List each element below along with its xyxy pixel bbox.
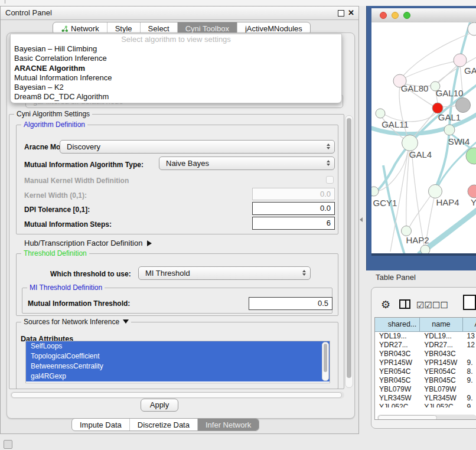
algorithm-option-bayesian-hill-climbing[interactable]: Bayesian – Hill Climbing	[11, 44, 341, 54]
bottom-tab-infer-network[interactable]: Infer Network	[197, 419, 259, 431]
zoom-window-icon[interactable]	[403, 12, 410, 19]
bottom-tab-discretize-data[interactable]: Discretize Data	[129, 419, 197, 431]
network-edge[interactable]	[383, 165, 405, 253]
node-label-swi4: SWI4	[448, 136, 470, 146]
table-row-yjl052c[interactable]: YJL052CYJL052C9	[375, 403, 476, 407]
table-row-ypr145w[interactable]: YPR145WYPR145W9.	[375, 358, 476, 367]
network-edge[interactable]	[402, 32, 474, 77]
table-row-ydl19[interactable]: YDL19...YDL19...13	[375, 332, 476, 341]
node-label-gal11: GAL11	[382, 119, 409, 129]
node-label-gal1: GAL1	[438, 112, 461, 122]
table-row-yer054c[interactable]: YER054CYER054C8.	[375, 367, 476, 376]
hub-definition-label: Hub/Transcription Factor Definition	[24, 239, 142, 247]
node-label-y: Y	[471, 197, 476, 207]
mi-steps-field[interactable]: 6	[252, 217, 335, 230]
attribute-item-selfloops[interactable]: SelfLoops	[26, 341, 330, 351]
algorithm-option-mutual-information-inference[interactable]: Mutual Information Inference	[11, 73, 341, 83]
mi-threshold-group-title: MI Threshold Definition	[27, 283, 105, 292]
bottom-tab-impute-data[interactable]: Impute Data	[72, 419, 129, 431]
mi-algorithm-type-combobox[interactable]: Naive Bayes	[159, 156, 335, 170]
network-edge[interactable]	[412, 151, 424, 246]
mi-threshold-field[interactable]: 0.5	[249, 297, 332, 310]
kernel-width-field[interactable]: 0.0	[252, 188, 335, 200]
columns-icon[interactable]	[399, 299, 410, 309]
manual-kernel-width-checkbox[interactable]	[326, 176, 334, 184]
combo-stepper-icon	[302, 270, 306, 276]
network-node-hap4[interactable]	[429, 185, 442, 198]
network-node-swi4[interactable]	[444, 125, 455, 135]
table-panel: ⚙ ☑☑ ☐☐ shared...nameA YDL19...YDL19...1…	[371, 287, 476, 429]
aracne-mode-combobox[interactable]: Discovery	[60, 140, 335, 154]
settings-scrollbar-thumb[interactable]	[347, 118, 351, 378]
gear-icon[interactable]: ⚙	[381, 298, 390, 311]
table-hscrollbar-thumb[interactable]	[378, 415, 437, 420]
column-header-shared[interactable]: shared...	[375, 318, 420, 332]
hub-definition-expander[interactable]: Hub/Transcription Factor Definition	[24, 239, 152, 247]
attributes-scrollbar-thumb[interactable]	[324, 344, 327, 372]
table-header-row: shared...nameA	[375, 318, 476, 332]
table-cell: YBR043C	[420, 350, 462, 358]
network-window-titlebar[interactable]	[371, 8, 476, 23]
table-row-ylr345w[interactable]: YLR345WYLR345W9.	[375, 394, 476, 403]
apply-button[interactable]: Apply	[141, 399, 178, 412]
mi-algorithm-type-label: Mutual Information Algorithm Type:	[24, 161, 144, 169]
network-window-bottom-edge	[371, 253, 476, 256]
network-node[interactable]	[420, 245, 430, 253]
file-icon[interactable]	[463, 295, 476, 310]
dpi-tolerance-field[interactable]: 0.0	[252, 202, 335, 215]
float-panel-icon[interactable]	[338, 10, 344, 17]
table-row-ybr043c[interactable]: YBR043CYBR043C	[375, 350, 476, 358]
algorithm-option-dream8-dc-tdc-algorithm[interactable]: Dream8 DC_TDC Algorithm	[11, 92, 341, 102]
settings-vertical-scrollbar[interactable]	[345, 115, 353, 388]
table-cell: 9.	[462, 358, 476, 367]
network-node-gal11[interactable]	[376, 109, 385, 118]
network-node-y[interactable]	[468, 185, 476, 198]
table-row-ybr045c[interactable]: YBR045CYBR045C9.	[375, 376, 476, 385]
algorithm-option-basic-correlation-inference[interactable]: Basic Correlation Inference	[11, 54, 341, 63]
settings-horizontal-scrollbar[interactable]	[10, 392, 344, 399]
network-node-hap2[interactable]	[402, 226, 412, 236]
attribute-item-gal4rgexp[interactable]: gal4RGexp	[26, 371, 330, 381]
column-header-name[interactable]: name	[420, 318, 462, 332]
network-edge[interactable]	[406, 151, 409, 227]
which-threshold-combobox[interactable]: MI Threshold	[138, 266, 311, 280]
network-node-gal4[interactable]	[402, 135, 418, 151]
panel-splitter-icon[interactable]	[360, 217, 363, 222]
attributes-scrollbar[interactable]	[322, 342, 329, 381]
algorithm-option-bayesian-k2[interactable]: Bayesian – K2	[11, 83, 341, 92]
network-node-gal[interactable]	[454, 54, 467, 67]
control-panel-title: Control Panel	[5, 8, 52, 17]
network-node[interactable]	[456, 98, 471, 113]
data-attributes-list: SelfLoopsTopologicalCoefficientBetweenne…	[25, 341, 330, 383]
attribute-item-betweennesscentrality[interactable]: BetweennessCentrality	[26, 361, 330, 371]
node-label-gal80: GAL80	[401, 83, 429, 93]
expander-down-icon[interactable]	[123, 319, 129, 324]
network-node-gcy1[interactable]	[371, 187, 379, 196]
settings-hscrollbar-thumb[interactable]	[11, 392, 342, 398]
minimize-window-icon[interactable]	[392, 12, 399, 19]
network-canvas[interactable]: GALGAL80GAL10GAL1GAL11GAL4SWI4GCY1HAP4YH…	[371, 22, 476, 253]
network-edge[interactable]	[405, 61, 455, 78]
algorithm-option-aracne-algorithm[interactable]: ARACNE Algorithm	[11, 64, 341, 73]
attribute-item-topologicalcoefficient[interactable]: TopologicalCoefficient	[26, 351, 330, 361]
deselect-all-icon[interactable]: ☐☐	[432, 300, 448, 311]
table-row-ybl079w[interactable]: YBL079WYBL079W	[375, 385, 476, 394]
minimized-panel-icon[interactable]	[4, 440, 12, 449]
table-row-ydr27[interactable]: YDR27...YDR27...12	[375, 341, 476, 350]
table-cell: YDR27...	[420, 341, 462, 350]
table-horizontal-scrollbar[interactable]	[377, 415, 476, 420]
sources-group-title: Sources for Network Inference	[21, 318, 131, 326]
tab-network-label: Network	[71, 24, 99, 33]
network-graph[interactable]: GALGAL80GAL10GAL1GAL11GAL4SWI4GCY1HAP4YH…	[371, 22, 476, 253]
close-window-icon[interactable]	[380, 12, 387, 19]
bottom-tab-discretize-data-label: Discretize Data	[138, 420, 190, 429]
algorithm-dropdown-popup: Select algorithm to view settings Bayesi…	[10, 34, 342, 103]
close-icon[interactable]: ✕	[348, 8, 354, 17]
table-cell	[462, 385, 476, 394]
column-header-a[interactable]: A	[463, 318, 476, 332]
select-all-icon[interactable]: ☑☑	[416, 300, 432, 311]
node-label-hap2: HAP2	[406, 235, 429, 245]
node-table: shared...nameA YDL19...YDL19...13YDR27..…	[374, 317, 476, 420]
cyni-algorithm-settings-title: Cyni Algorithm Settings	[14, 110, 92, 118]
network-edge[interactable]	[399, 86, 407, 137]
